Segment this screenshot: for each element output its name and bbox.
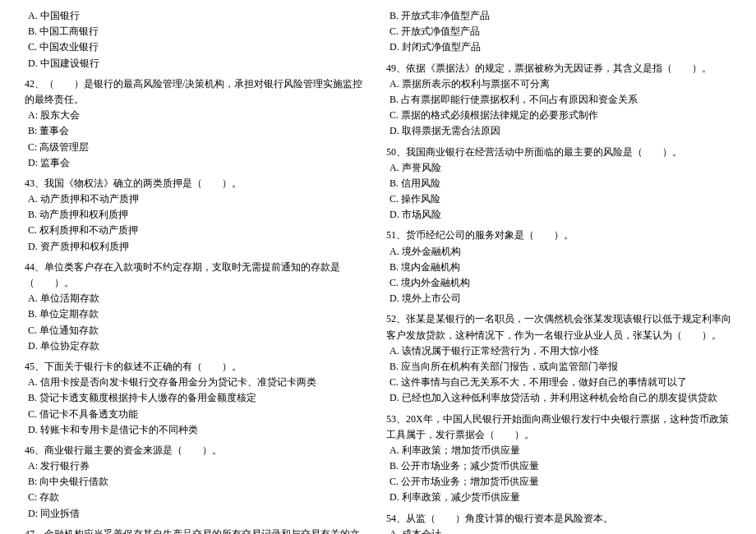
option: A. 利率政策；增加货币供应量 — [386, 443, 731, 458]
option: C. 借记卡不具备透支功能 — [25, 407, 370, 422]
option: B. 中国工商银行 — [25, 24, 370, 39]
question-title: 43、我国《物权法》确立的两类质押是（ ）。 — [25, 176, 370, 191]
question-title: 54、从监（ ）角度计算的银行资本是风险资本。 — [386, 511, 731, 527]
option: D. 市场风险 — [386, 207, 731, 223]
question-title: 50、我国商业银行在经营活动中所面临的最主要的风险是（ ）。 — [386, 145, 731, 160]
option: B. 单位定期存款 — [25, 306, 370, 322]
question-title: 46、商业银行最主要的资金来源是（ ）。 — [25, 443, 370, 458]
question-block: 52、张某是某银行的一名职员，一次偶然机会张某发现该银行以低于规定利率向客户发放… — [386, 311, 731, 406]
question-title: 44、单位类客户存在入款项时不约定存期，支取时无需提前通知的存款是（ ）。 — [25, 260, 370, 291]
question-title: 51、货币经纪公司的服务对象是（ ）。 — [386, 228, 731, 243]
question-block: 42、（ ）是银行的最高风险管理/决策机构，承担对银行风险管理实施监控的最终责任… — [25, 76, 370, 171]
page-content: A. 中国银行B. 中国工商银行C. 中国农业银行D. 中国建设银行42、（ ）… — [25, 8, 731, 534]
option: C. 中国农业银行 — [25, 39, 370, 55]
option: B. 贷记卡透支额度根据持卡人缴存的备用金额度核定 — [25, 390, 370, 406]
left-column: A. 中国银行B. 中国工商银行C. 中国农业银行D. 中国建设银行42、（ ）… — [25, 8, 370, 534]
question-block: 43、我国《物权法》确立的两类质押是（ ）。A. 动产质押和不动产质押B. 动产… — [25, 176, 370, 255]
option: D. 资产质押和权利质押 — [25, 239, 370, 255]
question-block: B. 开放式非净值型产品C. 开放式净值型产品D. 封闭式净值型产品 — [386, 8, 731, 56]
question-title: 45、下面关于银行卡的叙述不正确的有（ ）。 — [25, 359, 370, 375]
question-title: 49、依据《票据法》的规定，票据被称为无因证券，其含义是指（ ）。 — [386, 61, 731, 76]
question-block: 53、20X年，中国人民银行开始面向商业银行发行中央银行票据，这种货币政策工具属… — [386, 412, 731, 506]
question-block: 47、金融机构应当妥善保存其自生产品交易的所有交易记录和与交易有关的文件、账目、… — [25, 527, 370, 534]
option: D. 已经也加入这种低利率放贷活动，并利用这种机会给自己的朋友提供贷款 — [386, 390, 731, 406]
option: C. 单位通知存款 — [25, 323, 370, 338]
question-block: 54、从监（ ）角度计算的银行资本是风险资本。A. 成本会计B. 监管C. 内部… — [386, 511, 731, 534]
option: C. 开放式净值型产品 — [386, 24, 731, 39]
question-block: 51、货币经纪公司的服务对象是（ ）。A. 境外金融机构B. 境内金融机构C. … — [386, 228, 731, 306]
option: D. 境外上市公司 — [386, 291, 731, 306]
option: C. 境内外金融机构 — [386, 275, 731, 291]
question-block: 50、我国商业银行在经营活动中所面临的最主要的风险是（ ）。A. 声誉风险B. … — [386, 145, 731, 223]
option: D: 同业拆借 — [25, 506, 370, 522]
question-title: 52、张某是某银行的一名职员，一次偶然机会张某发现该银行以低于规定利率向客户发放… — [386, 311, 731, 343]
option: D. 转账卡和专用卡是借记卡的不同种类 — [25, 422, 370, 438]
option: D. 单位协定存款 — [25, 338, 370, 354]
option: D. 封闭式净值型产品 — [386, 39, 731, 55]
option: B. 信用风险 — [386, 176, 731, 191]
option: D. 利率政策，减少货币供应量 — [386, 490, 731, 505]
option: B. 动产质押和权利质押 — [25, 207, 370, 223]
option: C. 公开市场业务；增加货币供应量 — [386, 474, 731, 490]
option: A. 境外金融机构 — [386, 244, 731, 260]
question-title: 53、20X年，中国人民银行开始面向商业银行发行中央银行票据，这种货币政策工具属… — [386, 412, 731, 443]
option: C: 高级管理层 — [25, 140, 370, 155]
question-block: 45、下面关于银行卡的叙述不正确的有（ ）。A. 信用卡按是否向发卡银行交存备用… — [25, 359, 370, 438]
option: D: 监事会 — [25, 155, 370, 171]
option: B. 境内金融机构 — [386, 260, 731, 275]
option: A: 股东大会 — [25, 108, 370, 123]
option: A: 发行银行券 — [25, 458, 370, 474]
option: D. 取得票据无需合法原因 — [386, 123, 731, 139]
option: A. 声誉风险 — [386, 160, 731, 176]
option: A. 票据所表示的权利与票据不可分离 — [386, 76, 731, 92]
option: C. 这件事情与自己无关系不大，不用理会，做好自己的事情就可以了 — [386, 375, 731, 390]
option: D. 中国建设银行 — [25, 56, 370, 71]
question-block: 44、单位类客户存在入款项时不约定存期，支取时无需提前通知的存款是（ ）。A. … — [25, 260, 370, 354]
option: B: 向中央银行借款 — [25, 474, 370, 490]
option: C: 存款 — [25, 490, 370, 505]
option: B. 开放式非净值型产品 — [386, 8, 731, 24]
option: B: 董事会 — [25, 123, 370, 139]
option: B. 应当向所在机构有关部门报告，或向监管部门举报 — [386, 359, 731, 375]
option: C. 操作风险 — [386, 191, 731, 207]
option: B. 公开市场业务；减少货币供应量 — [386, 458, 731, 474]
option: A. 成本会计 — [386, 527, 731, 534]
question-block: 49、依据《票据法》的规定，票据被称为无因证券，其含义是指（ ）。A. 票据所表… — [386, 61, 731, 140]
option: A. 单位活期存款 — [25, 291, 370, 306]
right-column: B. 开放式非净值型产品C. 开放式净值型产品D. 封闭式净值型产品49、依据《… — [386, 8, 731, 534]
option: A. 中国银行 — [25, 8, 370, 24]
option: A. 信用卡按是否向发卡银行交存备用金分为贷记卡、准贷记卡两类 — [25, 375, 370, 390]
option: A. 该情况属于银行正常经营行为，不用大惊小怪 — [386, 343, 731, 359]
question-block: 46、商业银行最主要的资金来源是（ ）。A: 发行银行券B: 向中央银行借款C:… — [25, 443, 370, 522]
question-block: A. 中国银行B. 中国工商银行C. 中国农业银行D. 中国建设银行 — [25, 8, 370, 71]
option: B. 占有票据即能行使票据权利，不问占有原因和资金关系 — [386, 92, 731, 108]
question-title: 47、金融机构应当妥善保存其自生产品交易的所有交易记录和与交易有关的文件、账目、… — [25, 527, 370, 534]
option: C. 票据的格式必须根据法律规定的必要形式制作 — [386, 108, 731, 123]
question-title: 42、（ ）是银行的最高风险管理/决策机构，承担对银行风险管理实施监控的最终责任… — [25, 76, 370, 108]
option: C. 权利质押和不动产质押 — [25, 223, 370, 238]
option: A. 动产质押和不动产质押 — [25, 191, 370, 207]
